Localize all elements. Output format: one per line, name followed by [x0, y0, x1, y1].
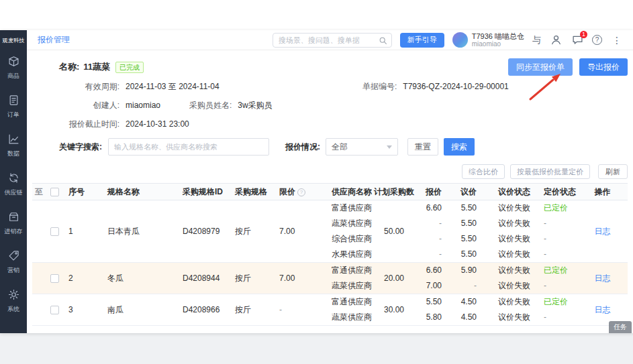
- page-title: 报价管理: [38, 34, 70, 46]
- bargain-prices: 5.90-: [448, 263, 479, 294]
- main-content: 名称: 11蔬菜 已完成 同步至报价单 导出报价 有效周期: 2024-11-0…: [27, 50, 633, 333]
- sidebar-item-6[interactable]: 系统: [7, 289, 20, 314]
- table-row: 1日本青瓜D4208979按斤7.00富通供应商蔬菜供应商综合供应商水果供应商5…: [32, 200, 628, 263]
- plan-qty: 50.00: [373, 227, 415, 236]
- select-all-checkbox[interactable]: [50, 188, 59, 196]
- quote-prices: 6.607.00: [415, 263, 448, 294]
- sidebar-item-4[interactable]: 进销存: [3, 211, 23, 236]
- info-row: 创建人: miaomiao 采购员姓名: 3w采购员: [27, 96, 633, 115]
- contacts-icon[interactable]: [549, 34, 563, 47]
- sidebar: 观麦科技 商品订单数据供应链进销存营销系统: [0, 30, 27, 333]
- spec-id: D4208979: [172, 227, 227, 236]
- quote-status-label: 报价情况:: [285, 141, 320, 153]
- header-price-status: 定价状态: [530, 186, 577, 198]
- more-menu-icon[interactable]: ⋮: [610, 34, 624, 47]
- table-row: 2冬瓜D4208944按斤7.00富通供应商蔬菜供应商20.006.607.00…: [32, 263, 628, 294]
- row-actions: 日志: [577, 226, 628, 237]
- keyword-input[interactable]: [108, 138, 269, 156]
- status-badge: 已完成: [115, 62, 144, 73]
- message-badge: 1: [580, 31, 587, 38]
- info-row: 有效周期: 2024-11-03 至 2024-11-04 单据编号: T793…: [27, 77, 633, 96]
- field-valid-period: 有效周期: 2024-11-03 至 2024-11-04: [59, 81, 362, 93]
- row-actions: 日志: [577, 304, 628, 316]
- sidebar-item-3[interactable]: 供应链: [3, 172, 23, 197]
- table-actions: 综合比价 按最低报价批量定价 刷新: [27, 164, 633, 179]
- row-checkbox[interactable]: [50, 306, 59, 314]
- desktop-strip: [0, 333, 633, 364]
- log-link[interactable]: 日志: [595, 305, 611, 314]
- sidebar-item-label: 商品: [7, 72, 19, 80]
- field-creator: 创建人: miaomiao: [59, 100, 189, 111]
- guide-button[interactable]: 新手引导: [400, 33, 444, 48]
- header-unit: 采购规格: [227, 186, 269, 198]
- sidebar-item-label: 数据: [7, 149, 19, 158]
- help-icon[interactable]: ?: [592, 35, 602, 45]
- sidebar-item-2[interactable]: 数据: [7, 133, 20, 158]
- data-chart-icon: [8, 133, 19, 147]
- row-index: 3: [63, 305, 95, 314]
- plan-qty: 30.00: [373, 305, 415, 314]
- detail-header: 名称: 11蔬菜 已完成 同步至报价单 导出报价: [27, 57, 633, 77]
- search-icon[interactable]: [379, 36, 387, 47]
- batch-lowest-price-button[interactable]: 按最低报价批量定价: [510, 164, 590, 179]
- search-button[interactable]: 搜索: [444, 138, 475, 156]
- avatar[interactable]: [452, 32, 468, 48]
- row-checkbox-cell: [46, 305, 63, 314]
- refresh-button[interactable]: 刷新: [598, 164, 628, 179]
- table-header: 至 序号 规格名称 采购规格ID 采购规格 限价? 供应商名称 计划采购数 报价…: [32, 183, 628, 200]
- reset-button[interactable]: 重置: [407, 138, 438, 156]
- header-plan-qty: 计划采购数: [373, 186, 415, 198]
- table-body: 1日本青瓜D4208979按斤7.00富通供应商蔬菜供应商综合供应商水果供应商5…: [32, 200, 628, 326]
- sync-quote-button[interactable]: 同步至报价单: [508, 58, 573, 76]
- sidebar-nav: 商品订单数据供应链进销存营销系统: [3, 56, 23, 314]
- spec-id: D4208966: [172, 305, 227, 314]
- global-search-input[interactable]: [279, 34, 379, 46]
- row-checkbox[interactable]: [50, 274, 59, 283]
- header-quote: 报价: [415, 186, 448, 198]
- user-name: T7936 喵喵总仓: [472, 32, 524, 40]
- sidebar-item-1[interactable]: 订单: [7, 95, 20, 119]
- sidebar-item-label: 订单: [7, 111, 19, 119]
- price-status: 已定价-: [530, 294, 577, 325]
- field-quote-deadline: 报价截止时间: 2024-10-31 23:00: [59, 119, 189, 130]
- quote-status-value: 全部: [332, 141, 348, 153]
- header-spec-id: 采购规格ID: [172, 186, 227, 198]
- inventory-icon: [8, 211, 19, 225]
- log-link[interactable]: 日志: [595, 227, 611, 236]
- info-row: 报价截止时间: 2024-10-31 23:00: [27, 115, 633, 133]
- header-pin: 至: [32, 186, 46, 198]
- header-index: 序号: [63, 186, 95, 198]
- supplier-names: 富通供应商蔬菜供应商: [320, 294, 373, 325]
- sidebar-item-label: 进销存: [5, 227, 23, 236]
- bargain-status: 议价失败议价失败议价失败议价失败: [479, 200, 530, 262]
- quote-status-select[interactable]: 全部: [326, 138, 398, 156]
- header-spec-name: 规格名称: [95, 186, 172, 198]
- task-tag[interactable]: 任务: [609, 321, 632, 333]
- header-bargain: 议价: [448, 186, 479, 198]
- global-search[interactable]: [273, 33, 392, 48]
- header-limit-price: 限价?: [269, 186, 320, 198]
- info-icon[interactable]: ?: [297, 188, 305, 196]
- yu-glyph-icon[interactable]: 与: [532, 34, 541, 46]
- right-column: 报价管理 新手引导 T7936 喵喵总仓 miaomiao: [27, 30, 633, 333]
- bargain-prices: 4.504.50: [448, 294, 479, 325]
- user-menu[interactable]: T7936 喵喵总仓 miaomiao: [452, 32, 524, 48]
- spec-name: 冬瓜: [95, 273, 172, 284]
- log-link[interactable]: 日志: [595, 274, 611, 283]
- quote-table: 至 序号 规格名称 采购规格ID 采购规格 限价? 供应商名称 计划采购数 报价…: [32, 183, 628, 326]
- sidebar-item-5[interactable]: 营销: [7, 250, 20, 275]
- message-icon[interactable]: 1: [571, 34, 584, 47]
- user-info: T7936 喵喵总仓 miaomiao: [472, 32, 524, 48]
- export-quote-button[interactable]: 导出报价: [579, 58, 628, 76]
- spec-name: 南瓜: [95, 304, 172, 316]
- field-buyer-name: 采购员姓名: 3w采购员: [189, 100, 273, 111]
- quote-prices: 6.60---: [415, 200, 448, 262]
- header-supplier: 供应商名称: [320, 186, 373, 198]
- order-doc-icon: [8, 95, 19, 108]
- plan-qty: 20.00: [373, 274, 415, 283]
- system-gear-icon: [8, 289, 19, 302]
- sidebar-item-0[interactable]: 商品: [7, 56, 20, 80]
- price-status: 已定价-: [530, 263, 577, 294]
- row-checkbox[interactable]: [50, 227, 59, 236]
- compare-prices-button[interactable]: 综合比价: [462, 164, 505, 179]
